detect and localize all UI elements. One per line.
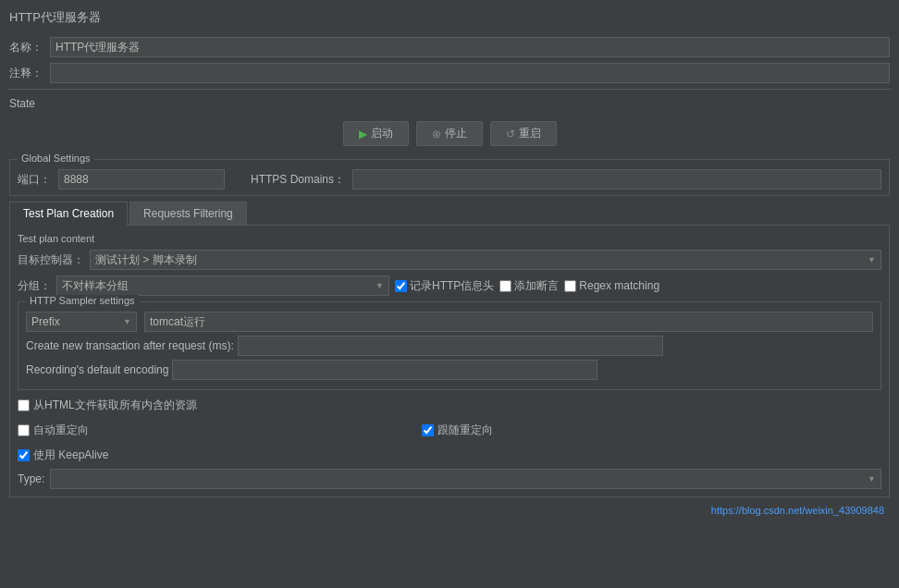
- auto-redirect-checkbox[interactable]: [18, 424, 30, 436]
- restart-label: 重启: [519, 126, 541, 141]
- transaction-row: Create new transaction after request (ms…: [26, 336, 873, 356]
- encoding-input[interactable]: [172, 360, 597, 380]
- group-label: 分组：: [18, 278, 51, 294]
- http-header-checkbox[interactable]: [395, 280, 407, 292]
- group-row: 分组： 不对样本分组 记录HTTP信息头 添加断言 Regex matching: [18, 276, 881, 296]
- transaction-input[interactable]: [238, 336, 663, 356]
- type-select-wrapper: [50, 469, 881, 489]
- name-input[interactable]: [50, 37, 890, 57]
- sampler-legend: HTTP Sampler settings: [26, 295, 139, 306]
- https-input[interactable]: [352, 169, 881, 190]
- https-label: HTTPS Domains：: [251, 172, 345, 188]
- button-row: ▶ 启动 ⊗ 停止 ↺ 重启: [7, 114, 892, 153]
- checkboxes-area: 从HTML文件获取所有内含的资源 自动重定向 跟随重定向: [18, 398, 881, 463]
- target-select-wrapper: 测试计划 > 脚本录制: [90, 250, 881, 270]
- encoding-label: Recording's default encoding: [26, 363, 168, 376]
- start-button[interactable]: ▶ 启动: [343, 121, 409, 146]
- start-icon: ▶: [359, 128, 367, 141]
- regex-checkbox-group: Regex matching: [564, 279, 659, 292]
- type-row: Type:: [18, 469, 881, 489]
- sampler-section: HTTP Sampler settings Prefix Create new …: [18, 301, 881, 390]
- stop-icon: ⊗: [432, 128, 441, 141]
- comment-label: 注释：: [9, 66, 46, 81]
- port-input[interactable]: [58, 169, 225, 190]
- target-label: 目标控制器：: [18, 252, 84, 268]
- test-plan-content-label: Test plan content: [18, 233, 881, 244]
- prefix-row: Prefix: [26, 312, 873, 332]
- footer-bar: https://blog.csdn.net/weixin_43909848: [7, 501, 892, 520]
- tab-requests-filtering[interactable]: Requests Filtering: [129, 202, 247, 225]
- tab-test-plan-creation[interactable]: Test Plan Creation: [9, 202, 128, 226]
- prefix-select[interactable]: Prefix: [26, 312, 137, 332]
- group-select-wrapper: 不对样本分组: [56, 276, 389, 296]
- footer-url: https://blog.csdn.net/weixin_43909848: [711, 505, 884, 516]
- state-label: State: [7, 93, 892, 114]
- global-row: 端口： HTTPS Domains：: [18, 165, 881, 190]
- start-label: 启动: [371, 126, 393, 141]
- follow-redirect-row: 跟随重定向: [422, 423, 493, 438]
- group-select[interactable]: 不对样本分组: [56, 276, 389, 296]
- regex-label: Regex matching: [579, 279, 659, 292]
- auto-redirect-row: 自动重定向: [18, 423, 89, 438]
- follow-redirect-checkbox[interactable]: [422, 424, 434, 436]
- html-resources-checkbox[interactable]: [18, 399, 30, 411]
- html-resources-label: 从HTML文件获取所有内含的资源: [33, 398, 197, 413]
- restart-icon: ↺: [506, 128, 515, 141]
- type-select[interactable]: [50, 469, 881, 489]
- target-select[interactable]: 测试计划 > 脚本录制: [90, 250, 881, 270]
- add-comment-checkbox[interactable]: [499, 280, 511, 292]
- port-label: 端口：: [18, 172, 51, 188]
- global-settings-section: Global Settings 端口： HTTPS Domains：: [9, 159, 890, 196]
- regex-checkbox[interactable]: [564, 280, 576, 292]
- keepalive-row: 使用 KeepAlive: [18, 447, 881, 463]
- follow-redirect-label: 跟随重定向: [437, 423, 493, 438]
- main-container: HTTP代理服务器 名称： 注释： State ▶ 启动 ⊗ 停止 ↺ 重启 G…: [0, 0, 899, 525]
- type-label: Type:: [18, 472, 44, 485]
- stop-button[interactable]: ⊗ 停止: [416, 121, 483, 146]
- tab-bar: Test Plan Creation Requests Filtering: [9, 202, 890, 226]
- tab-content: Test plan content 目标控制器： 测试计划 > 脚本录制 分组：…: [9, 226, 890, 497]
- transaction-label: Create new transaction after request (ms…: [26, 339, 234, 352]
- comment-input[interactable]: [50, 63, 890, 83]
- http-header-label: 记录HTTP信息头: [410, 278, 494, 294]
- window-title: HTTP代理服务器: [7, 6, 892, 30]
- global-settings-legend: Global Settings: [18, 153, 94, 164]
- keepalive-checkbox[interactable]: [18, 449, 30, 461]
- name-label: 名称：: [9, 40, 46, 55]
- stop-label: 停止: [445, 126, 467, 141]
- checkboxes-row-3: 使用 KeepAlive: [18, 447, 881, 463]
- encoding-row: Recording's default encoding: [26, 360, 873, 380]
- http-header-checkbox-group: 记录HTTP信息头: [395, 278, 494, 294]
- html-resources-row: 从HTML文件获取所有内含的资源: [18, 398, 197, 413]
- comment-row: 注释：: [7, 63, 892, 83]
- auto-redirect-label: 自动重定向: [33, 423, 89, 438]
- checkboxes-row-2: 自动重定向 跟随重定向: [18, 423, 881, 444]
- prefix-select-wrapper: Prefix: [26, 312, 137, 332]
- name-field[interactable]: [144, 312, 873, 332]
- divider-1: [7, 89, 892, 90]
- keepalive-label: 使用 KeepAlive: [33, 447, 108, 463]
- restart-button[interactable]: ↺ 重启: [490, 121, 557, 146]
- tabs-container: Test Plan Creation Requests Filtering Te…: [9, 202, 890, 497]
- name-row: 名称：: [7, 37, 892, 57]
- add-comment-label: 添加断言: [514, 278, 559, 294]
- checkboxes-row-1: 从HTML文件获取所有内含的资源: [18, 398, 881, 419]
- target-controller-row: 目标控制器： 测试计划 > 脚本录制: [18, 250, 881, 270]
- add-comment-checkbox-group: 添加断言: [499, 278, 559, 294]
